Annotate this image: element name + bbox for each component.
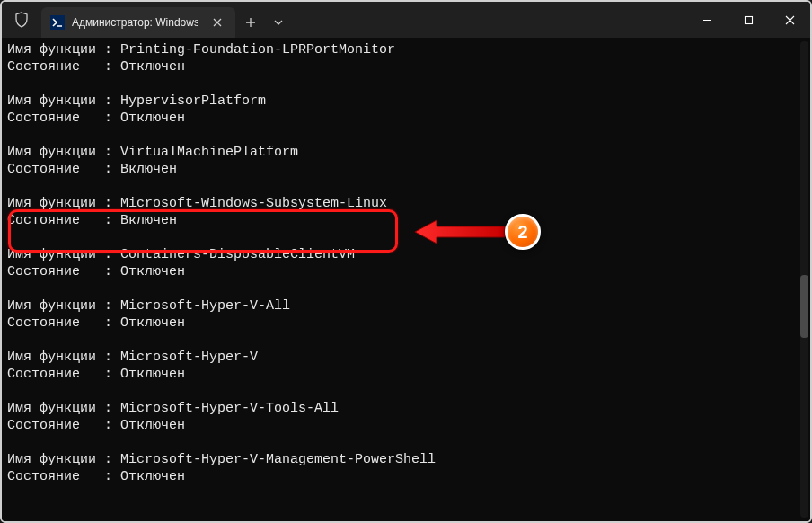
output-line-state: Состояние : Отключен xyxy=(7,417,805,434)
blank-line xyxy=(7,332,805,349)
tab-close-button[interactable] xyxy=(208,13,226,31)
blank-line xyxy=(7,229,805,246)
output-line-feature-name: Имя функции : Microsoft-Hyper-V xyxy=(7,349,805,366)
output-line-state: Состояние : Отключен xyxy=(7,58,805,75)
output-line-state: Состояние : Отключен xyxy=(7,263,805,280)
output-line-state: Состояние : Отключен xyxy=(7,468,805,485)
shield-icon xyxy=(14,12,29,28)
scrollbar-thumb[interactable] xyxy=(800,275,808,338)
output-line-feature-name: Имя функции : Printing-Foundation-LPRPor… xyxy=(7,41,805,58)
output-line-feature-name: Имя функции : Microsoft-Hyper-V-Manageme… xyxy=(7,451,805,468)
svg-rect-7 xyxy=(745,16,752,23)
chevron-down-icon xyxy=(274,20,283,25)
blank-line xyxy=(7,75,805,93)
tab-dropdown-button[interactable] xyxy=(266,7,291,38)
close-icon xyxy=(213,18,222,27)
output-line-feature-name: Имя функции : VirtualMachinePlatform xyxy=(7,144,805,161)
maximize-button[interactable] xyxy=(728,2,769,38)
blank-line xyxy=(7,178,805,195)
titlebar: Администратор: Windows Pc xyxy=(2,2,810,38)
new-tab-button[interactable] xyxy=(235,7,266,38)
output-line-state: Состояние : Отключен xyxy=(7,110,805,127)
minimize-icon xyxy=(702,15,712,25)
output-line-feature-name: Имя функции : Containers-DisposableClien… xyxy=(7,246,805,263)
output-line-feature-name: Имя функции : Microsoft-Hyper-V-All xyxy=(7,297,805,315)
blank-line xyxy=(7,280,805,297)
minimize-button[interactable] xyxy=(686,2,728,38)
output-line-feature-name: Имя функции : Microsoft-Hyper-V-Tools-Al… xyxy=(7,400,805,417)
close-window-button[interactable] xyxy=(769,2,810,38)
tab-title: Администратор: Windows Pc xyxy=(72,16,198,29)
plus-icon xyxy=(245,17,256,28)
blank-line xyxy=(7,383,805,400)
powershell-icon xyxy=(50,15,65,30)
output-line-feature-name: Имя функции : HypervisorPlatform xyxy=(7,93,805,110)
output-line-state: Состояние : Отключен xyxy=(7,315,805,332)
scrollbar-track[interactable] xyxy=(800,41,808,518)
terminal-output[interactable]: Имя функции : Printing-Foundation-LPRPor… xyxy=(2,38,810,521)
tab-active[interactable]: Администратор: Windows Pc xyxy=(41,7,235,38)
window-controls xyxy=(686,2,810,38)
output-line-state: Состояние : Включен xyxy=(7,212,805,229)
output-line-state: Состояние : Отключен xyxy=(7,366,805,383)
close-icon xyxy=(785,15,795,25)
maximize-icon xyxy=(744,15,754,25)
output-line-feature-name: Имя функции : Microsoft-Windows-Subsyste… xyxy=(7,195,805,212)
blank-line xyxy=(7,434,805,451)
blank-line xyxy=(7,127,805,144)
app-shield-icon-wrap xyxy=(2,2,41,38)
output-line-state: Состояние : Включен xyxy=(7,161,805,178)
